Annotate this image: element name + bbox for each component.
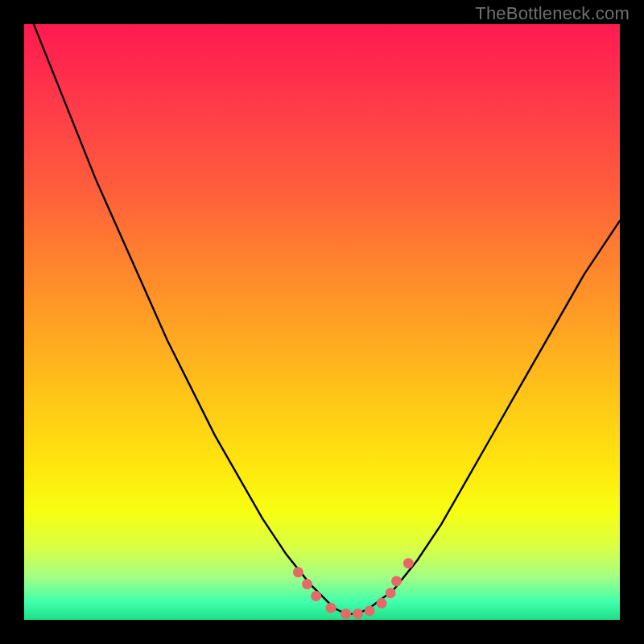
highlight-point xyxy=(302,579,312,589)
highlight-point xyxy=(311,591,321,601)
highlight-point xyxy=(326,603,336,613)
highlight-point xyxy=(341,609,351,619)
chart-overlay xyxy=(24,24,620,620)
plot-area xyxy=(24,24,620,620)
highlight-point xyxy=(293,567,303,577)
chart-frame: TheBottleneck.com xyxy=(0,0,644,644)
highlight-point xyxy=(386,588,396,598)
highlight-point xyxy=(391,576,402,586)
watermark-label: TheBottleneck.com xyxy=(475,3,630,24)
bottleneck-curve xyxy=(24,0,620,613)
highlight-point xyxy=(377,598,387,609)
highlight-point xyxy=(365,605,375,616)
highlight-point xyxy=(403,558,414,568)
highlight-point xyxy=(353,609,363,619)
